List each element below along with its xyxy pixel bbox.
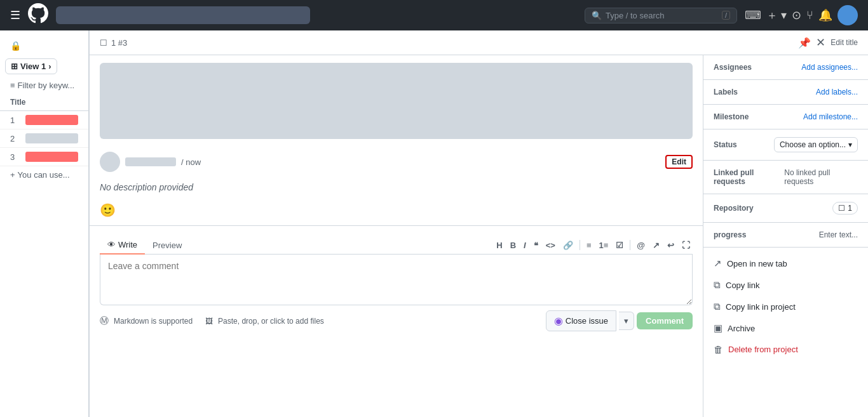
emoji-button[interactable]: 🙂 bbox=[100, 202, 116, 218]
status-dropdown[interactable]: Choose an option... ▾ bbox=[774, 137, 858, 152]
editor-footer: Ⓜ Markdown is supported 🖼 Paste, drop, o… bbox=[100, 305, 693, 331]
link-btn[interactable]: 🔗 bbox=[560, 239, 576, 251]
add-milestone-link[interactable]: Add milestone... bbox=[803, 112, 858, 121]
hamburger-icon[interactable]: ☰ bbox=[10, 8, 20, 22]
copy-project-icon: ⧉ bbox=[714, 301, 721, 312]
labels-field: Labels Add labels... bbox=[714, 88, 858, 96]
milestone-field: Milestone Add milestone... bbox=[714, 112, 858, 121]
bold-btn[interactable]: B bbox=[508, 239, 519, 251]
delete-label: Delete from project bbox=[728, 345, 798, 354]
table-row[interactable]: 2 bbox=[0, 129, 88, 148]
repo-value: 1 bbox=[848, 204, 852, 213]
author-avatar bbox=[100, 152, 120, 172]
comment-textarea[interactable] bbox=[100, 255, 693, 305]
row-bar bbox=[25, 152, 78, 162]
status-label: Status bbox=[714, 140, 764, 149]
view-tab[interactable]: ⊞ View 1 › bbox=[5, 58, 57, 74]
add-item-row[interactable]: + You can use... bbox=[0, 166, 88, 183]
copy-link-project-link[interactable]: ⧉ Copy link in project bbox=[703, 296, 868, 317]
repository-badge[interactable]: ☐ 1 bbox=[832, 202, 858, 215]
external-link-icon: ↗ bbox=[714, 258, 722, 269]
code-btn[interactable]: <> bbox=[543, 239, 558, 251]
image-icon: 🖼 bbox=[205, 317, 213, 326]
main-container: 🔒 ⊞ View 1 › ≡ Filter by keyw... Title 1… bbox=[0, 30, 868, 417]
chevron-icon: › bbox=[48, 62, 51, 71]
labels-section: Labels Add labels... bbox=[703, 80, 868, 105]
close-issue-button[interactable]: ◉ Close issue bbox=[546, 310, 616, 331]
tab-preview[interactable]: Preview bbox=[145, 237, 189, 254]
linked-pr-field: Linked pull requests No linked pull requ… bbox=[714, 168, 858, 186]
search-icon: 🔍 bbox=[592, 11, 602, 20]
view-label: View 1 bbox=[20, 62, 46, 71]
undo-btn[interactable]: ↩ bbox=[665, 239, 677, 251]
chevron-down-icon: ▾ bbox=[848, 140, 852, 149]
issue-icon: ☐ bbox=[100, 38, 107, 48]
reference-btn[interactable]: ↗ bbox=[650, 239, 662, 251]
edit-button[interactable]: Edit bbox=[665, 155, 693, 169]
archive-label: Archive bbox=[728, 324, 755, 333]
filter-label: Filter by keyw... bbox=[18, 81, 75, 90]
issue-panel: ☐ 1 #3 📌 ✕ Edit title / now bbox=[89, 30, 868, 417]
italic-btn[interactable]: I bbox=[521, 239, 529, 251]
fullscreen-btn[interactable]: ⛶ bbox=[679, 239, 693, 251]
avatar[interactable] bbox=[837, 5, 858, 25]
tab-write[interactable]: 👁 Write bbox=[100, 236, 145, 255]
close-issue-dropdown[interactable]: ▾ bbox=[619, 312, 634, 330]
repository-field: Repository ☐ 1 bbox=[714, 202, 858, 215]
issue-ref: 1 #3 bbox=[111, 38, 127, 48]
archive-link[interactable]: ▣ Archive bbox=[703, 317, 868, 339]
issues-icon[interactable]: ⊙ bbox=[792, 8, 801, 22]
progress-label: progress bbox=[714, 230, 764, 239]
table-row[interactable]: 3 bbox=[0, 148, 88, 166]
preview-tab-label: Preview bbox=[153, 241, 182, 250]
row-bar bbox=[25, 115, 78, 125]
search-bar[interactable]: 🔍 Type / to search / bbox=[585, 8, 737, 23]
paste-label: Paste, drop, or click to add files bbox=[218, 317, 324, 326]
heading-btn[interactable]: H bbox=[494, 239, 505, 251]
markdown-label: Markdown is supported bbox=[114, 317, 193, 326]
copy-icon: ⧉ bbox=[714, 279, 721, 291]
delete-link[interactable]: 🗑 Delete from project bbox=[703, 339, 868, 360]
check-circle-icon: ◉ bbox=[554, 315, 563, 327]
open-new-tab-link[interactable]: ↗ Open in new tab bbox=[703, 253, 868, 274]
comment-editor: 👁 Write Preview H B I ❝ <> bbox=[90, 228, 703, 339]
search-placeholder: Type / to search bbox=[606, 11, 665, 20]
progress-value[interactable]: Enter text... bbox=[819, 230, 858, 239]
panel-body: / now Edit No description provided 🙂 👁 bbox=[90, 55, 868, 417]
add-labels-link[interactable]: Add labels... bbox=[816, 88, 858, 96]
author-row: / now Edit bbox=[90, 147, 703, 177]
quote-btn[interactable]: ❝ bbox=[531, 239, 541, 251]
open-new-tab-label: Open in new tab bbox=[727, 259, 787, 268]
comment-button[interactable]: Comment bbox=[637, 312, 693, 329]
milestone-label: Milestone bbox=[714, 112, 764, 121]
unordered-list-btn[interactable]: ≡ bbox=[584, 239, 594, 251]
pin-icon[interactable]: 📌 bbox=[798, 37, 811, 49]
linked-pr-label: Linked pull requests bbox=[714, 168, 784, 186]
add-assignees-link[interactable]: Add assignees... bbox=[801, 63, 858, 72]
assignees-field: Assignees Add assignees... bbox=[714, 63, 858, 72]
title-column-header: Title bbox=[0, 94, 88, 111]
milestone-section: Milestone Add milestone... bbox=[703, 105, 868, 129]
task-list-btn[interactable]: ☑ bbox=[613, 239, 626, 251]
row-num: 2 bbox=[10, 134, 20, 143]
edit-title-btn[interactable]: Edit title bbox=[831, 38, 858, 47]
pr-icon[interactable]: ⑂ bbox=[806, 9, 813, 22]
assignees-label: Assignees bbox=[714, 63, 764, 72]
copy-link-project-label: Copy link in project bbox=[726, 302, 796, 312]
copy-link-link[interactable]: ⧉ Copy link bbox=[703, 274, 868, 296]
plus-icon[interactable]: ＋ ▾ bbox=[766, 8, 787, 23]
github-logo[interactable] bbox=[28, 3, 48, 27]
archive-icon: ▣ bbox=[714, 322, 722, 334]
plus-icon: + bbox=[10, 170, 15, 180]
progress-field: progress Enter text... bbox=[714, 230, 858, 239]
footer-left: Ⓜ Markdown is supported 🖼 Paste, drop, o… bbox=[100, 315, 324, 327]
filter-bar[interactable]: ≡ Filter by keyw... bbox=[0, 77, 88, 94]
inbox-icon[interactable]: 🔔 bbox=[818, 8, 832, 22]
terminal-icon[interactable]: ⌨ bbox=[745, 8, 761, 22]
author-time: / now bbox=[181, 157, 201, 167]
close-panel-icon[interactable]: ✕ bbox=[816, 36, 825, 50]
status-section: Status Choose an option... ▾ bbox=[703, 129, 868, 161]
mention-btn[interactable]: @ bbox=[634, 239, 648, 251]
ordered-list-btn[interactable]: 1≡ bbox=[596, 239, 611, 251]
table-row[interactable]: 1 bbox=[0, 111, 88, 129]
